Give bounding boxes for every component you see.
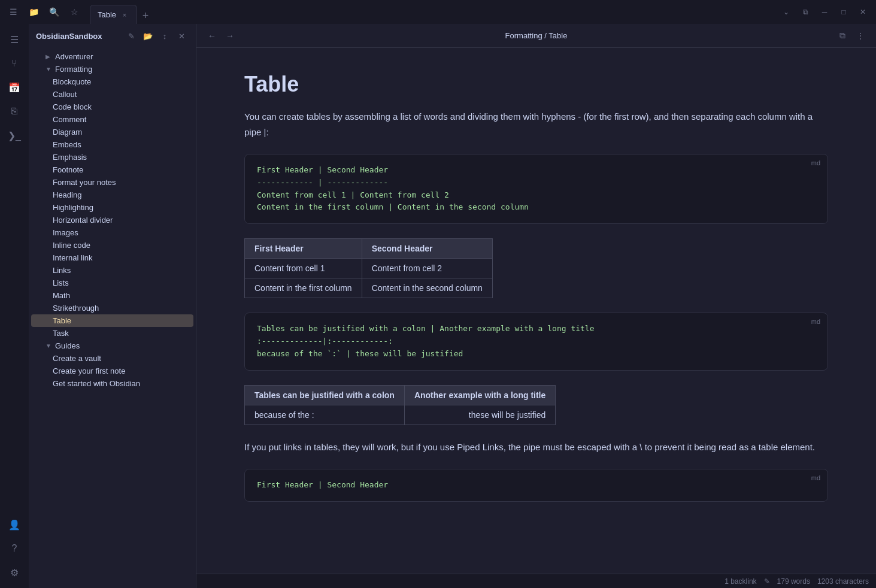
- sidebar-item-code-block[interactable]: Code block: [31, 101, 193, 113]
- split-view-icon[interactable]: ⧉: [797, 4, 814, 20]
- folder-icon[interactable]: 📁: [25, 4, 42, 20]
- bookmark-icon[interactable]: ☆: [66, 4, 83, 20]
- sidebar-item-footnote[interactable]: Footnote: [31, 163, 193, 176]
- sidebar-item-get-started[interactable]: Get started with Obsidian: [31, 377, 193, 390]
- sidebar-item-adventurer[interactable]: ▶ Adventurer: [31, 50, 193, 63]
- table-header: First Header: [245, 239, 362, 259]
- more-options-button[interactable]: ⋮: [852, 28, 869, 44]
- sidebar-item-callout[interactable]: Callout: [31, 88, 193, 101]
- sidebar-item-label: Images: [53, 228, 189, 237]
- table-header: Second Header: [362, 239, 492, 259]
- sidebar-item-label: Horizontal divider: [53, 216, 189, 225]
- sidebar-item-create-vault[interactable]: Create a vault: [31, 352, 193, 365]
- chevron-down-icon[interactable]: ⌄: [778, 4, 795, 20]
- activity-bar: ☰ ⑂ 📅 ⎘ ❯_ 👤 ? ⚙: [0, 24, 29, 588]
- sidebar-item-blockquote[interactable]: Blockquote: [31, 75, 193, 88]
- table-cell: Content in the second column: [362, 278, 492, 298]
- table-row: Content in the first column Content in t…: [245, 278, 493, 298]
- forward-button[interactable]: →: [222, 28, 238, 44]
- sidebar-item-task[interactable]: Task: [31, 327, 193, 340]
- table-row: because of the : these will be justified: [245, 405, 556, 425]
- breadcrumb-current: Table: [548, 31, 567, 40]
- pencil-icon: ✎: [764, 577, 770, 586]
- sidebar-item-label: Comment: [53, 115, 189, 124]
- code-block-2: md Tables can be justified with a colon …: [244, 313, 828, 370]
- sidebar-toggle-icon[interactable]: ☰: [5, 4, 22, 20]
- sidebar-item-emphasis[interactable]: Emphasis: [31, 151, 193, 163]
- back-button[interactable]: ←: [204, 28, 220, 44]
- tab-table[interactable]: Table ×: [90, 5, 137, 24]
- minimize-button[interactable]: ─: [816, 4, 833, 20]
- toolbar-nav: ← →: [204, 28, 238, 44]
- help-icon[interactable]: ?: [4, 538, 25, 559]
- sidebar-item-inline-code[interactable]: Inline code: [31, 239, 193, 251]
- table-cell: these will be justified: [404, 405, 555, 425]
- sidebar-icon[interactable]: ☰: [4, 29, 25, 50]
- words-text: 179 words: [777, 577, 810, 586]
- sidebar-item-label: Embeds: [53, 140, 189, 149]
- sidebar-item-label: Guides: [55, 341, 189, 350]
- sidebar-item-guides[interactable]: ▼ Guides: [31, 340, 193, 352]
- git-icon[interactable]: ⑂: [4, 53, 25, 74]
- editor-toolbar: ← → Formatting / Table ⧉ ⋮: [196, 24, 876, 48]
- word-count: 179 words: [777, 577, 810, 586]
- new-note-icon[interactable]: ✎: [124, 29, 138, 43]
- titlebar-left: ☰ 📁 🔍 ☆: [5, 4, 83, 20]
- table-cell: Content from cell 1: [245, 259, 362, 278]
- sidebar-item-table[interactable]: Table: [31, 314, 193, 327]
- sidebar-item-lists[interactable]: Lists: [31, 277, 193, 289]
- expand-arrow-icon: ▼: [46, 343, 53, 349]
- backlink-count[interactable]: 1 backlink: [725, 577, 756, 586]
- sidebar-item-create-first-note[interactable]: Create your first note: [31, 365, 193, 377]
- note-paragraph-2: If you put links in tables, they will wo…: [244, 440, 828, 455]
- sidebar-item-images[interactable]: Images: [31, 226, 193, 239]
- terminal-icon[interactable]: ❯_: [4, 125, 25, 146]
- table-cell: Content in the first column: [245, 278, 362, 298]
- sidebar-item-formatting[interactable]: ▼ Formatting: [31, 63, 193, 75]
- close-button[interactable]: ✕: [854, 4, 871, 20]
- expand-arrow-icon: ▼: [46, 66, 53, 72]
- calendar-icon[interactable]: 📅: [4, 77, 25, 98]
- table-header: Another example with a long title: [404, 385, 555, 405]
- sidebar-item-label: Highlighting: [53, 203, 189, 212]
- sidebar-item-horizontal-divider[interactable]: Horizontal divider: [31, 214, 193, 226]
- sidebar-item-math[interactable]: Math: [31, 289, 193, 302]
- sidebar-item-heading[interactable]: Heading: [31, 189, 193, 201]
- new-tab-button[interactable]: +: [137, 7, 154, 24]
- new-folder-icon[interactable]: 📂: [141, 29, 155, 43]
- sidebar-item-strikethrough[interactable]: Strikethrough: [31, 302, 193, 314]
- sidebar-item-links[interactable]: Links: [31, 264, 193, 277]
- sidebar-item-label: Task: [53, 329, 189, 338]
- sort-icon[interactable]: ↕: [157, 29, 172, 43]
- sidebar-item-label: Table: [53, 316, 189, 325]
- sidebar-item-label: Adventurer: [55, 52, 189, 61]
- copy-icon[interactable]: ⎘: [4, 101, 25, 122]
- reading-view-button[interactable]: ⧉: [834, 28, 851, 44]
- sidebar-item-internal-link[interactable]: Internal link: [31, 251, 193, 264]
- sidebar-item-label: Callout: [53, 90, 189, 99]
- breadcrumb: Formatting / Table: [241, 31, 832, 40]
- sidebar-close-icon[interactable]: ✕: [174, 29, 189, 43]
- toolbar-right: ⧉ ⋮: [834, 28, 869, 44]
- search-titlebar-icon[interactable]: 🔍: [46, 4, 62, 20]
- sidebar-item-label: Get started with Obsidian: [53, 379, 189, 388]
- sidebar: ObsidianSandbox ✎ 📂 ↕ ✕ ▶ Adventurer ▼ F…: [29, 24, 196, 588]
- user-icon[interactable]: 👤: [4, 514, 25, 535]
- settings-icon[interactable]: ⚙: [4, 562, 25, 583]
- content-area: ← → Formatting / Table ⧉ ⋮ Table You can…: [196, 24, 876, 588]
- sidebar-item-label: Create your first note: [53, 366, 189, 375]
- sidebar-item-diagram[interactable]: Diagram: [31, 126, 193, 138]
- code-content-3: First Header | Second Header: [257, 479, 816, 492]
- sidebar-item-label: Strikethrough: [53, 304, 189, 313]
- sidebar-item-label: Footnote: [53, 165, 189, 174]
- sidebar-item-label: Create a vault: [53, 354, 189, 363]
- editor-content[interactable]: Table You can create tables by assemblin…: [196, 48, 876, 574]
- sidebar-item-comment[interactable]: Comment: [31, 113, 193, 126]
- sidebar-item-format-your-notes[interactable]: Format your notes: [31, 176, 193, 189]
- sidebar-item-highlighting[interactable]: Highlighting: [31, 201, 193, 214]
- tab-label: Table: [98, 10, 116, 19]
- vault-title: ObsidianSandbox: [36, 32, 122, 41]
- maximize-button[interactable]: □: [835, 4, 852, 20]
- tab-close-button[interactable]: ×: [120, 10, 129, 20]
- sidebar-item-embeds[interactable]: Embeds: [31, 138, 193, 151]
